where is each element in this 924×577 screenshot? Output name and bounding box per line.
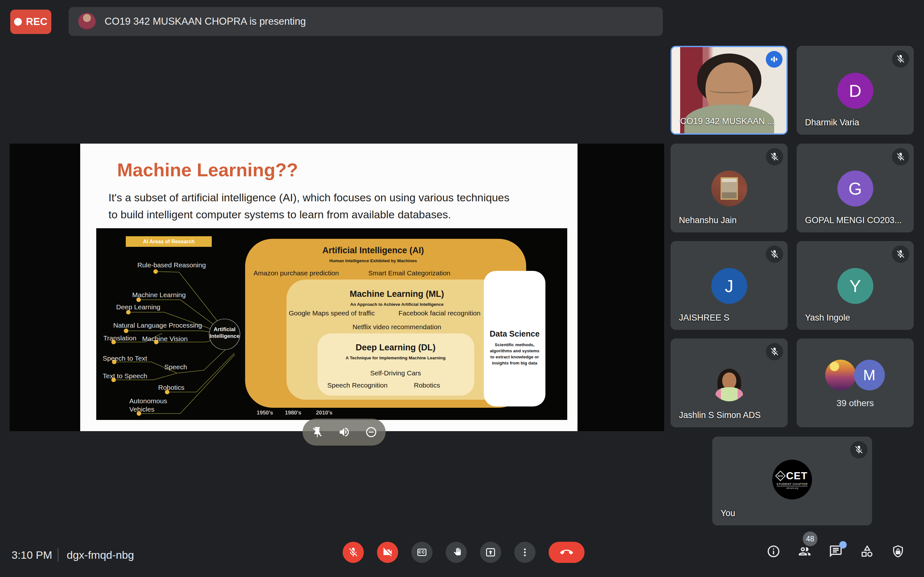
ml-example: Netflix video recommendation xyxy=(349,323,445,331)
participant-name: Yash Ingole xyxy=(805,313,850,323)
divider xyxy=(58,548,58,562)
avatar: G xyxy=(837,171,873,206)
activities-button[interactable] xyxy=(860,544,875,560)
mindmap-label: Deep Learning xyxy=(116,303,160,311)
participant-tile[interactable]: Nehanshu Jain xyxy=(670,143,788,232)
unread-chat-dot xyxy=(839,541,846,548)
participant-name: You xyxy=(720,508,735,518)
recording-label: REC xyxy=(26,16,47,27)
raise-hand-button[interactable] xyxy=(446,542,467,563)
mic-off-icon xyxy=(892,50,909,68)
acm-cet-logo: acmCETSTUDENT CHAPTERcet.acm.org xyxy=(772,460,812,500)
participant-tile[interactable]: GGOPAL MENGI CO203... xyxy=(796,143,914,232)
avatar: D xyxy=(837,73,873,109)
mic-off-icon xyxy=(850,441,867,458)
chat-button[interactable] xyxy=(829,544,844,560)
present-button[interactable] xyxy=(480,542,501,563)
ai-example: Amazon purchase prediction xyxy=(254,269,339,277)
ml-box-title: Machine Learning (ML) xyxy=(333,289,461,299)
participant-name: GOPAL MENGI CO203... xyxy=(805,215,902,226)
presentation-stage[interactable]: Machine Learning?? It's a subset of arti… xyxy=(10,143,664,431)
avatar-initial: M xyxy=(863,366,875,384)
recording-dot-icon xyxy=(14,18,22,26)
recording-badge: REC xyxy=(10,10,51,34)
ai-box-subtitle: Human Intelligence Exhibited by Machines xyxy=(309,258,437,263)
mindmap-label: Natural Language Processing xyxy=(113,322,202,329)
avatar-initial: G xyxy=(848,179,862,198)
participant-name: Nehanshu Jain xyxy=(679,215,737,226)
participant-tile[interactable]: DDharmik Varia xyxy=(796,46,914,135)
ai-venn-diagram: AI Areas of Research Rule-based Reasonin… xyxy=(96,228,567,420)
mic-off-icon xyxy=(892,245,909,263)
participant-tile[interactable]: CO19 342 MUSKAAN ... xyxy=(670,46,788,135)
participant-name: Jashlin S Simon ADS xyxy=(679,410,761,420)
participant-tile[interactable]: JJAISHREE S xyxy=(670,241,788,330)
end-call-button[interactable] xyxy=(549,542,585,563)
avatar: Y xyxy=(837,268,873,304)
meeting-code: dgx-fmqd-nbg xyxy=(67,549,134,561)
unpin-icon[interactable] xyxy=(311,426,323,438)
cam-off-button[interactable] xyxy=(377,542,398,563)
volume-icon[interactable] xyxy=(338,426,351,438)
host-controls-button[interactable] xyxy=(891,544,906,560)
presentation-slide: Machine Learning?? It's a subset of arti… xyxy=(80,143,577,431)
more-button[interactable] xyxy=(514,542,535,563)
dl-example: Robotics xyxy=(414,382,440,389)
participant-name: Dharmik Varia xyxy=(805,118,859,127)
avatar: J xyxy=(711,268,747,304)
mindmap-label: Speech xyxy=(164,363,187,371)
info-button[interactable] xyxy=(766,544,782,560)
google-meet-window: REC CO19 342 MUSKAAN CHOPRA is presentin… xyxy=(0,0,924,577)
avatar-initial: D xyxy=(849,81,861,101)
avatar-initial: Y xyxy=(849,276,861,296)
ai-center-label: Artificial Intelligence xyxy=(208,326,241,340)
avatar: M xyxy=(854,359,885,390)
slide-body-line: to build intelligent computer systems to… xyxy=(108,206,509,223)
participant-tile[interactable]: acmCETSTUDENT CHAPTERcet.acm.orgYou xyxy=(712,437,872,525)
mindmap-label: Rule-based Reasoning xyxy=(137,261,206,269)
mindmap-label: Text to Speech xyxy=(103,372,147,380)
dl-box-title: Deep Learning (DL) xyxy=(331,343,460,353)
captions-button[interactable] xyxy=(411,542,433,563)
avatar xyxy=(711,366,747,401)
mindmap-label: Translation xyxy=(103,334,136,342)
presentation-float-controls xyxy=(302,419,386,446)
mindmap-label: Machine Vision xyxy=(142,335,188,343)
mindmap-label: Machine Learning xyxy=(132,291,186,299)
participant-tile[interactable]: YYash Ingole xyxy=(796,241,914,330)
ml-example: Facebook facial recognition xyxy=(399,309,481,317)
people-button[interactable]: 48 xyxy=(798,544,813,560)
ml-example: Google Maps speed of traffic xyxy=(289,309,375,317)
participant-name: JAISHREE S xyxy=(679,313,730,323)
mic-off-icon xyxy=(766,148,783,165)
data-science-body: Scientific methods, algorithms and syste… xyxy=(488,342,541,366)
ml-box-subtitle: An Approach to Achieve Artificial Intell… xyxy=(333,302,461,307)
mindmap-label: Robotics xyxy=(158,384,184,392)
remove-tile-icon[interactable] xyxy=(365,426,377,438)
ai-box-title: Artificial Intelligence (AI) xyxy=(309,245,437,255)
slide-body-line: It's a subset of artificial intelligence… xyxy=(108,189,509,206)
call-controls xyxy=(342,542,585,563)
timeline-label: 1950's xyxy=(257,410,273,416)
speaking-indicator-icon xyxy=(766,51,782,68)
clock: 3:10 PM xyxy=(11,549,52,561)
mindmap-label: Autonomous Vehicles xyxy=(129,397,170,414)
avatar xyxy=(711,171,747,206)
ai-example: Smart Email Categorization xyxy=(368,269,451,277)
slide-title: Machine Learning?? xyxy=(117,159,298,181)
timeline-label: 1980's xyxy=(285,410,301,416)
participant-tile[interactable]: Jashlin S Simon ADS xyxy=(670,338,788,427)
data-science-title: Data Science xyxy=(484,329,545,338)
data-science-box xyxy=(484,271,545,406)
panel-controls: 48 xyxy=(766,544,906,560)
timeline-label: 2010's xyxy=(316,410,333,416)
presenting-text: CO19 342 MUSKAAN CHOPRA is presenting xyxy=(105,16,306,27)
participant-tile[interactable]: M39 others xyxy=(796,338,914,427)
presenter-avatar xyxy=(78,13,95,30)
mic-off-button[interactable] xyxy=(342,542,364,563)
participant-count-badge: 48 xyxy=(803,532,817,546)
mic-off-icon xyxy=(766,245,783,263)
avatar xyxy=(825,359,856,390)
others-count: 39 others xyxy=(796,398,914,408)
diagram-banner: AI Areas of Research xyxy=(126,236,212,247)
